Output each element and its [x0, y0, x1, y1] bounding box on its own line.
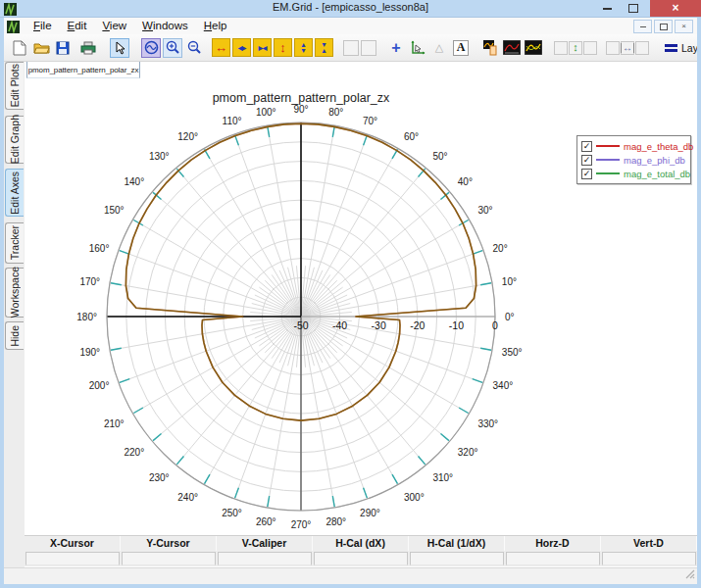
plot-style-red-button[interactable]	[502, 38, 522, 58]
save-button[interactable]	[53, 38, 73, 58]
fit-horizontal-button[interactable]: ↔	[621, 41, 634, 55]
delta-marker-icon: △	[435, 42, 443, 53]
svg-text:270°: 270°	[291, 519, 312, 530]
app-window: EM.Grid - [empicasso_lesson8a] × File Ed…	[0, 0, 701, 588]
plot-style-yellow-icon	[525, 40, 542, 55]
svg-text:180°: 180°	[76, 312, 97, 322]
save-icon	[56, 41, 70, 55]
svg-text:350°: 350°	[502, 347, 523, 358]
app-icon-small	[7, 20, 20, 32]
value-x-cursor	[25, 552, 120, 565]
mdi-close-button[interactable]: ×	[675, 20, 693, 33]
center-horizontal-button[interactable]: ▸◂	[253, 38, 272, 57]
region-select-button[interactable]	[343, 40, 359, 56]
print-button[interactable]	[78, 38, 98, 58]
expand-vertical-button[interactable]: ↕	[274, 38, 292, 57]
menu-help[interactable]: Help	[196, 19, 235, 32]
mdi-minimize-button[interactable]	[633, 20, 652, 33]
fit-horizontal-right-button[interactable]	[635, 41, 649, 55]
shrink-horizontal-button[interactable]: ◂▸	[232, 38, 251, 57]
copy-plot-button[interactable]	[480, 38, 500, 58]
expand-horizontal-icon: ↔	[215, 41, 227, 54]
sidebar-item-tracker[interactable]: Tracker	[5, 222, 24, 264]
svg-text:200°: 200°	[89, 380, 110, 391]
value-h-cal-dx	[314, 552, 408, 565]
plot-style-yellow-button[interactable]	[524, 38, 543, 58]
autoscale-icon	[144, 40, 159, 55]
legend-checkbox-total[interactable]: ✓	[581, 169, 592, 179]
value-h-cal-1dx	[410, 552, 504, 565]
legend-row: ✓ mag_e_total_db	[581, 167, 686, 180]
svg-text:320°: 320°	[458, 447, 478, 458]
svg-text:340°: 340°	[493, 380, 514, 391]
svg-text:0°: 0°	[505, 312, 515, 322]
fit-vertical-icon: ↕	[573, 42, 578, 53]
text-annotation-icon: A	[453, 40, 469, 56]
maximize-button[interactable]	[621, 0, 646, 17]
legend-checkbox-phi[interactable]: ✓	[581, 155, 592, 166]
center-vertical-button[interactable]: ▾▴	[315, 38, 333, 57]
svg-text:-50: -50	[293, 319, 308, 331]
text-annotation-button[interactable]: A	[451, 38, 471, 58]
window-border-bottom	[0, 584, 701, 588]
zoom-out-icon	[187, 40, 202, 55]
menu-windows[interactable]: Windows	[134, 19, 196, 32]
svg-text:-20: -20	[410, 319, 425, 331]
sidebar-item-hide[interactable]: Hide	[5, 321, 24, 350]
svg-text:330°: 330°	[477, 418, 498, 429]
value-vert-d	[602, 552, 696, 565]
expand-horizontal-button[interactable]: ↔	[212, 38, 230, 57]
plot-area[interactable]: pmom_pattern_pattern_polar_zx pmom_patte…	[25, 61, 697, 535]
add-marker-button[interactable]: +	[386, 38, 406, 58]
open-file-icon	[33, 41, 50, 54]
close-button[interactable]: ×	[650, 0, 701, 17]
add-marker-icon: +	[391, 40, 400, 56]
delta-marker-button[interactable]: △	[429, 38, 449, 58]
header-v-caliper: V-Caliper	[217, 536, 313, 551]
menu-edit[interactable]: Edit	[60, 19, 95, 32]
fit-vertical-right-button[interactable]	[583, 41, 597, 55]
mdi-restore-button[interactable]	[654, 20, 673, 33]
svg-text:250°: 250°	[222, 508, 242, 518]
menu-view[interactable]: View	[94, 19, 134, 32]
zoom-out-button[interactable]	[184, 38, 204, 58]
new-file-button[interactable]	[10, 38, 29, 58]
fit-vertical-left-button[interactable]	[554, 41, 568, 55]
resize-grip[interactable]	[685, 565, 695, 583]
svg-text:110°: 110°	[223, 116, 242, 126]
sidebar-item-edit-graph[interactable]: Edit Graph	[5, 116, 24, 164]
legend-checkbox-theta[interactable]: ✓	[581, 141, 592, 152]
open-file-button[interactable]	[31, 38, 51, 58]
plot-style-red-icon	[503, 40, 521, 55]
minimize-button[interactable]	[594, 0, 620, 17]
svg-text:280°: 280°	[325, 516, 346, 527]
layout-button[interactable]: Layout ▾	[659, 40, 701, 56]
menu-file[interactable]: File	[25, 19, 60, 32]
shrink-vertical-button[interactable]: ▴▾	[294, 38, 313, 57]
autoscale-button[interactable]	[141, 38, 161, 58]
svg-text:40°: 40°	[458, 176, 473, 187]
cursor-readout-table: X-Cursor Y-Cursor V-Caliper H-Cal (dX) H…	[25, 535, 697, 566]
fit-vertical-button[interactable]: ↕	[569, 41, 582, 55]
sidebar-item-edit-axes[interactable]: Edit Axes	[5, 169, 24, 217]
zoom-in-button[interactable]	[163, 38, 182, 58]
region-select-2-button[interactable]	[361, 40, 376, 56]
document-tab[interactable]: pmom_pattern_pattern_polar_zx	[26, 61, 140, 78]
shrink-horizontal-icon: ◂▸	[237, 43, 245, 53]
tracker-axes-button[interactable]	[408, 38, 427, 58]
sidebar-item-workspace[interactable]: Workspace	[5, 268, 24, 318]
legend-label: mag_e_phi_db	[624, 155, 685, 166]
select-tool-button[interactable]	[110, 38, 129, 58]
center-horizontal-icon: ▸◂	[258, 43, 266, 53]
sidebar-item-edit-plots[interactable]: Edit Plots	[5, 62, 24, 110]
cursor-table-values	[25, 551, 697, 566]
legend-label: mag_e_total_db	[624, 169, 690, 179]
svg-text:230°: 230°	[149, 472, 170, 483]
svg-text:90°: 90°	[293, 104, 308, 115]
header-horz-d: Horz-D	[505, 536, 601, 551]
svg-text:80°: 80°	[328, 107, 343, 118]
legend-line-sample	[596, 172, 620, 174]
fit-horizontal-left-button[interactable]	[606, 41, 620, 55]
legend-label: mag_e_theta_db	[624, 141, 693, 152]
svg-text:300°: 300°	[404, 492, 425, 503]
